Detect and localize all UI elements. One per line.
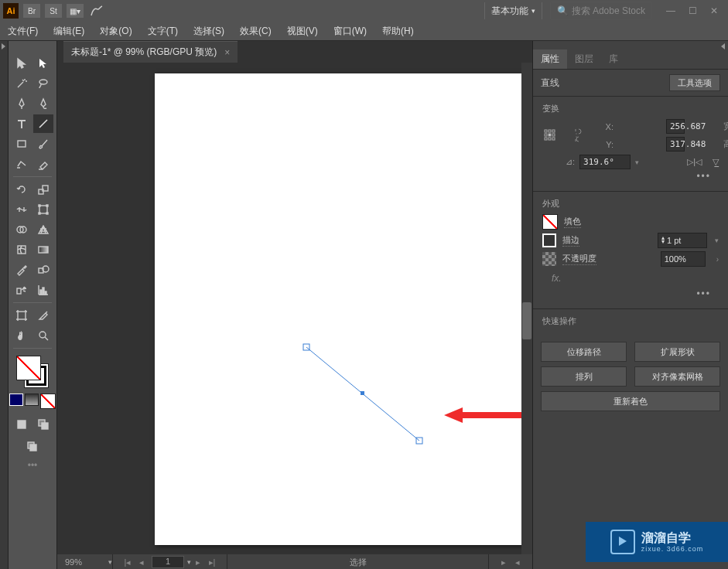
- transform-more[interactable]: •••: [542, 169, 719, 183]
- zoom-tool[interactable]: [33, 326, 53, 345]
- tab-properties[interactable]: 属性: [533, 49, 567, 69]
- fill-swatch[interactable]: [542, 214, 558, 230]
- fx-button[interactable]: fx.: [542, 270, 719, 287]
- vertical-scrollbar[interactable]: [521, 63, 532, 554]
- stock-button[interactable]: St: [45, 4, 62, 18]
- free-transform-tool[interactable]: [33, 200, 53, 219]
- stroke-swatch[interactable]: [542, 233, 556, 247]
- flip-horizontal-icon[interactable]: ▷|◁: [687, 157, 702, 167]
- scroll-right[interactable]: ▸: [497, 557, 511, 567]
- menu-select[interactable]: 选择(S): [186, 22, 232, 40]
- shaper-tool[interactable]: [12, 155, 32, 173]
- swatch-gradient[interactable]: [25, 394, 39, 406]
- offset-path-button[interactable]: 位移路径: [541, 342, 627, 362]
- rectangle-tool[interactable]: [12, 135, 32, 153]
- toolbox-collapse[interactable]: [0, 41, 9, 569]
- curvature-tool[interactable]: [33, 94, 53, 113]
- document-tab[interactable]: 未标题-1* @ 99% (RGB/GPU 预览) ×: [63, 41, 238, 63]
- draw-mode-behind[interactable]: [33, 415, 53, 434]
- menu-view[interactable]: 视图(V): [279, 22, 326, 40]
- swatch-color[interactable]: [9, 394, 23, 406]
- window-close[interactable]: ✕: [705, 4, 723, 18]
- bridge-button[interactable]: Br: [23, 4, 40, 18]
- transform-y[interactable]: 317.848: [666, 137, 685, 152]
- svg-rect-33: [552, 130, 555, 132]
- svg-point-0: [39, 80, 47, 84]
- recolor-button[interactable]: 重新着色: [541, 391, 720, 411]
- status-bar: 99% ▾ |◂ ◂ 1 ▾ ▸ ▸| 选择 ▸ ◂: [57, 554, 532, 569]
- first-artboard[interactable]: |◂: [121, 557, 135, 567]
- menu-type[interactable]: 文字(T): [140, 22, 186, 40]
- type-tool[interactable]: [12, 114, 32, 133]
- magic-wand-tool[interactable]: [12, 74, 32, 93]
- zoom-field[interactable]: 99%: [60, 557, 108, 567]
- flip-vertical-icon[interactable]: ▽̲: [713, 157, 719, 167]
- menu-window[interactable]: 窗口(W): [326, 22, 374, 40]
- reference-point-icon[interactable]: [542, 128, 558, 142]
- stroke-weight[interactable]: ▴▾1 pt: [658, 233, 707, 248]
- stock-search[interactable]: 🔍 搜索 Adobe Stock: [550, 2, 652, 20]
- draw-mode-normal[interactable]: [12, 415, 32, 434]
- artboard[interactable]: [155, 73, 532, 545]
- perspective-grid-tool[interactable]: [33, 220, 53, 239]
- arrange-docs-button[interactable]: ▦▾: [67, 4, 84, 18]
- column-graph-tool[interactable]: [33, 281, 53, 299]
- expand-shape-button[interactable]: 扩展形状: [634, 342, 720, 362]
- svg-rect-23: [42, 423, 48, 429]
- workspace-switcher[interactable]: 基本功能 ▾: [484, 2, 542, 19]
- transform-angle[interactable]: 319.6°: [579, 155, 631, 169]
- shape-builder-tool[interactable]: [12, 220, 32, 239]
- line-tool[interactable]: [33, 114, 53, 133]
- gradient-tool[interactable]: [33, 240, 53, 259]
- svg-rect-6: [46, 205, 48, 206]
- close-icon[interactable]: ×: [224, 47, 230, 58]
- slice-tool[interactable]: [33, 306, 53, 325]
- canvas[interactable]: [57, 63, 532, 554]
- last-artboard[interactable]: ▸|: [205, 557, 219, 567]
- fill-stroke-swatch[interactable]: [16, 356, 49, 388]
- opacity-swatch[interactable]: [542, 252, 556, 266]
- menu-edit[interactable]: 编辑(E): [46, 22, 92, 40]
- menu-help[interactable]: 帮助(H): [374, 22, 422, 40]
- transform-x[interactable]: 256.687: [666, 119, 685, 134]
- window-minimize[interactable]: —: [661, 4, 680, 18]
- menu-file[interactable]: 文件(F): [0, 22, 46, 40]
- rotate-tool[interactable]: [12, 180, 32, 199]
- eraser-tool[interactable]: [33, 155, 53, 173]
- prev-artboard[interactable]: ◂: [135, 557, 149, 567]
- scroll-left[interactable]: ◂: [511, 557, 525, 567]
- hand-tool[interactable]: [12, 326, 32, 345]
- opacity-arrow-icon[interactable]: ›: [716, 255, 719, 264]
- pen-tool[interactable]: [12, 94, 32, 113]
- width-tool[interactable]: [12, 200, 32, 219]
- arrange-button[interactable]: 排列: [541, 366, 627, 387]
- svg-rect-34: [545, 134, 547, 136]
- gpu-icon[interactable]: [88, 4, 105, 18]
- lasso-tool[interactable]: [33, 74, 53, 93]
- edit-toolbar[interactable]: •••: [28, 460, 38, 471]
- appearance-more[interactable]: •••: [542, 287, 719, 301]
- menu-effect[interactable]: 效果(C): [232, 22, 279, 40]
- direct-selection-tool[interactable]: [33, 54, 53, 73]
- menu-object[interactable]: 对象(O): [92, 22, 139, 40]
- opacity-value[interactable]: 100%: [661, 251, 706, 267]
- tab-libraries[interactable]: 库: [601, 49, 626, 69]
- tool-options-button[interactable]: 工具选项: [669, 74, 720, 91]
- window-maximize[interactable]: ☐: [683, 4, 702, 18]
- symbol-sprayer-tool[interactable]: [12, 281, 32, 299]
- next-artboard[interactable]: ▸: [191, 557, 205, 567]
- mesh-tool[interactable]: [12, 240, 32, 259]
- align-pixel-grid-button[interactable]: 对齐像素网格: [634, 366, 720, 387]
- scale-tool[interactable]: [33, 180, 53, 199]
- artboard-number[interactable]: 1: [152, 556, 184, 568]
- constrain-proportions-icon[interactable]: [561, 126, 592, 145]
- paintbrush-tool[interactable]: [33, 135, 53, 153]
- screen-mode[interactable]: [22, 438, 43, 456]
- blend-tool[interactable]: [33, 261, 53, 279]
- tab-layers[interactable]: 图层: [567, 49, 601, 69]
- artboard-tool[interactable]: [12, 306, 32, 325]
- eyedropper-tool[interactable]: [12, 261, 32, 279]
- opacity-label: 不透明度: [562, 253, 596, 265]
- selection-tool[interactable]: [12, 54, 32, 73]
- swatch-none[interactable]: [40, 394, 56, 409]
